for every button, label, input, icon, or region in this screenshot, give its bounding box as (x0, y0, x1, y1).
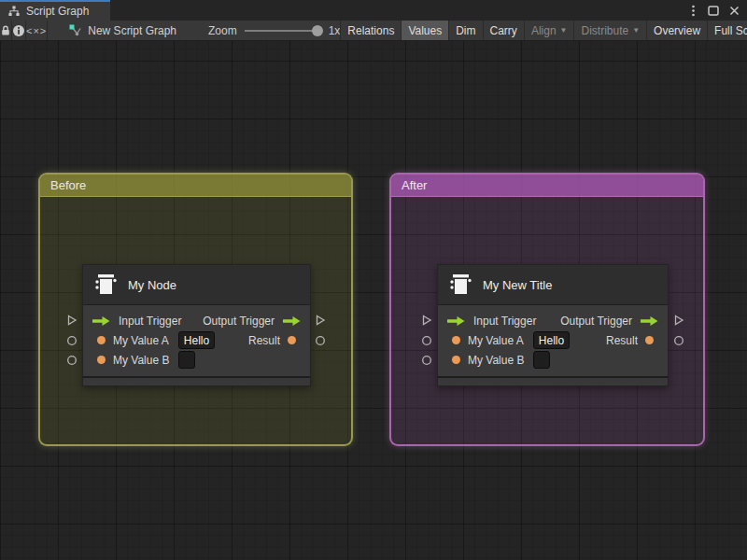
info-button[interactable] (12, 21, 26, 40)
overview-button[interactable]: Overview (646, 21, 707, 40)
flow-output-port-icon[interactable] (282, 315, 302, 327)
node-footer (83, 376, 310, 385)
node-footer (438, 376, 668, 385)
group-after-header[interactable]: After (391, 175, 703, 197)
outer-flow-port-icon[interactable] (421, 315, 432, 326)
group-title: Before (50, 178, 86, 192)
graph-toolbar: <×> New Script Graph Zoom 1x Relations V… (0, 21, 747, 41)
script-graph-window: Script Graph (0, 0, 747, 560)
chevron-down-icon: ▼ (632, 27, 640, 35)
node-body: Input Trigger Output Trigger My Value A … (438, 305, 668, 376)
window-controls (685, 0, 747, 21)
distribute-dropdown[interactable]: Distribute ▼ (573, 21, 646, 40)
carry-button[interactable]: Carry (483, 21, 524, 40)
group-before-header[interactable]: Before (40, 175, 351, 197)
value-a-field[interactable]: Hello (533, 331, 570, 349)
node-my-node[interactable]: My Node Input Trigger Output Trigger (82, 264, 311, 386)
graph-name-button[interactable]: New Script Graph (59, 21, 186, 40)
node-my-new-title[interactable]: My New Title Input Trigger Output Trigge… (437, 264, 669, 386)
outer-value-port-icon[interactable] (66, 335, 78, 346)
outer-flow-port-icon[interactable] (673, 315, 684, 326)
value-input-port-icon[interactable] (97, 356, 106, 364)
unit-node-icon (449, 272, 472, 298)
info-icon (12, 24, 25, 37)
value-input-port-icon[interactable] (452, 356, 460, 364)
node-header[interactable]: My New Title (438, 265, 668, 305)
tab-label: Script Graph (26, 5, 89, 18)
value-input-port-icon[interactable] (452, 336, 460, 344)
unit-node-icon (94, 272, 118, 298)
value-b-field[interactable] (178, 351, 195, 369)
value-a-field[interactable]: Hello (178, 331, 215, 349)
lock-button[interactable] (0, 21, 12, 40)
fullscreen-button[interactable]: Full Screen (707, 21, 747, 40)
tab-script-graph[interactable]: Script Graph (0, 0, 110, 21)
lock-icon (0, 24, 11, 36)
relations-button[interactable]: Relations (340, 21, 401, 40)
node-body: Input Trigger Output Trigger My Value A … (83, 305, 310, 376)
outer-flow-port-icon[interactable] (315, 315, 326, 326)
value-output-port-icon[interactable] (288, 336, 296, 344)
script-graph-icon (68, 23, 82, 37)
maximize-icon[interactable] (706, 3, 721, 18)
zoom-label: Zoom (208, 24, 237, 37)
node-title: My New Title (483, 278, 552, 292)
value-output-port-icon[interactable] (645, 336, 654, 344)
outer-value-port-icon[interactable] (421, 335, 432, 346)
title-bar: Script Graph (0, 0, 747, 21)
graph-canvas[interactable]: Before After My Node (0, 41, 747, 560)
flow-input-port-icon[interactable] (446, 315, 466, 327)
node-header[interactable]: My Node (83, 265, 310, 305)
values-button[interactable]: Values (401, 21, 448, 40)
chevron-down-icon: ▼ (560, 27, 568, 35)
zoom-value: 1x (329, 24, 341, 37)
value-b-field[interactable] (533, 351, 550, 369)
zoom-slider-knob[interactable] (312, 25, 323, 36)
align-dropdown[interactable]: Align ▼ (524, 21, 574, 40)
outer-flow-port-icon[interactable] (66, 315, 78, 326)
group-title: After (402, 178, 427, 192)
outer-value-port-icon[interactable] (315, 335, 326, 346)
graph-name-label: New Script Graph (88, 24, 176, 37)
flow-input-port-icon[interactable] (92, 315, 111, 327)
node-title: My Node (128, 278, 176, 292)
zoom-slider[interactable] (245, 25, 321, 36)
outer-value-port-icon[interactable] (66, 355, 78, 366)
graph-tab-icon (7, 6, 21, 17)
outer-value-port-icon[interactable] (673, 335, 684, 346)
zoom-slider-track[interactable] (245, 30, 321, 32)
close-icon[interactable] (726, 3, 741, 18)
zoom-control: Zoom 1x (186, 21, 340, 40)
menu-dots-icon[interactable] (685, 3, 700, 18)
toolbar-right-group: Relations Values Dim Carry Align ▼ Distr… (340, 21, 747, 40)
outer-value-port-icon[interactable] (421, 355, 432, 366)
flow-output-port-icon[interactable] (640, 315, 659, 327)
value-input-port-icon[interactable] (97, 336, 106, 344)
dim-button[interactable]: Dim (448, 21, 482, 40)
code-view-button[interactable]: <×> (26, 21, 48, 40)
